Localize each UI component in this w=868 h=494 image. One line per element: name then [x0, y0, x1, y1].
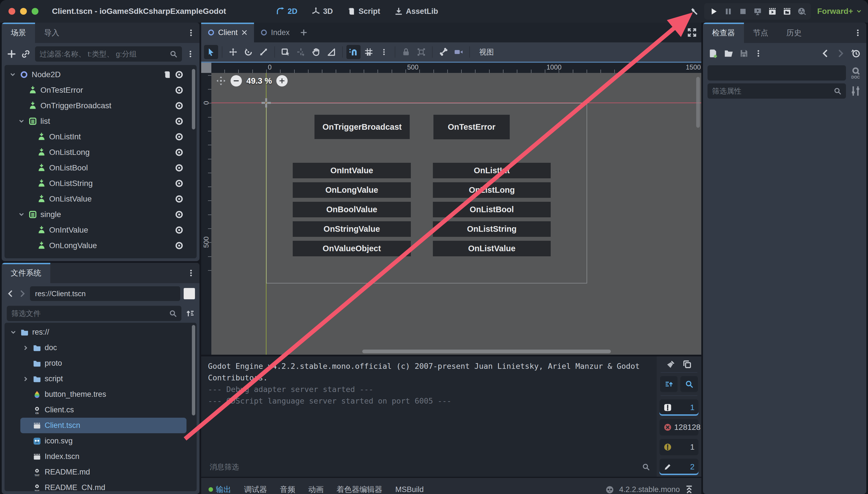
horizontal-scrollbar[interactable]: [362, 349, 611, 353]
visibility-toggle-icon[interactable]: [175, 148, 184, 157]
save-resource-icon[interactable]: [739, 49, 749, 58]
filter-warnings-toggle[interactable]: 1: [659, 439, 698, 455]
filesystem-scrollbar[interactable]: [192, 325, 195, 415]
tab-import[interactable]: 导入: [35, 23, 69, 43]
zoom-window-button[interactable]: [32, 8, 38, 15]
visibility-toggle-icon[interactable]: [175, 226, 184, 234]
engine-version[interactable]: 4.2.2.stable.mono: [619, 485, 680, 494]
fs-item-index-tscn[interactable]: Index.tscn: [4, 449, 197, 464]
scene-filter-input[interactable]: [40, 50, 167, 58]
canvas-button-ontesterror[interactable]: OnTestError: [433, 115, 510, 139]
collapse-duplicates-toggle[interactable]: [660, 376, 678, 392]
group-node-button[interactable]: [414, 45, 428, 59]
zoom-in-button[interactable]: [276, 75, 288, 87]
tree-node-onlistvalue[interactable]: OnListValue: [4, 191, 197, 207]
fs-item-res[interactable]: res://: [4, 324, 197, 340]
visibility-toggle-icon[interactable]: [175, 101, 184, 110]
visibility-toggle-icon[interactable]: [175, 241, 184, 250]
scale-tool-button[interactable]: [256, 45, 271, 59]
scene-tree-menu-icon[interactable]: [187, 49, 194, 59]
copy-output-button[interactable]: [683, 360, 692, 369]
canvas-button-onlongvalue[interactable]: OnLongValue: [293, 182, 411, 198]
bottom-tab-shader-editor[interactable]: 着色器编辑器: [336, 484, 382, 494]
sort-files-icon[interactable]: [186, 309, 194, 318]
search-docs-icon[interactable]: [849, 67, 862, 79]
chevron-down-icon[interactable]: [9, 329, 17, 336]
tab-scene[interactable]: 场景: [2, 23, 35, 43]
visibility-toggle-icon[interactable]: [175, 132, 184, 141]
list-select-button[interactable]: [278, 45, 293, 59]
view-menu-button[interactable]: 视图: [474, 47, 500, 57]
tree-node-ontesterror[interactable]: OnTestError: [4, 82, 197, 98]
inspector-options-icon[interactable]: [849, 85, 862, 97]
canvas-content[interactable]: 49.3 % OnTriggerBroadcast OnTestError On…: [211, 73, 701, 355]
tree-node-onlistbool[interactable]: OnListBool: [4, 160, 197, 175]
clear-output-button[interactable]: [666, 360, 675, 369]
add-node-button[interactable]: [7, 49, 16, 59]
visibility-toggle-icon[interactable]: [175, 117, 184, 126]
vertical-scrollbar[interactable]: [696, 77, 700, 128]
fs-item-script[interactable]: script: [4, 371, 197, 386]
message-filter-input[interactable]: [210, 463, 639, 471]
tree-node-onlistlong[interactable]: OnListLong: [4, 145, 197, 160]
visibility-toggle-icon[interactable]: [175, 70, 184, 79]
canvas-button-onlistvalue[interactable]: OnListValue: [433, 241, 551, 256]
edit-history-icon[interactable]: [851, 49, 861, 58]
tab-node[interactable]: 节点: [744, 23, 777, 43]
visibility-toggle-icon[interactable]: [175, 179, 184, 188]
canvas-button-onvalueobject[interactable]: OnValueObject: [293, 241, 411, 256]
movie-maker-button[interactable]: [796, 5, 808, 17]
property-filter-input[interactable]: [712, 87, 831, 96]
new-resource-icon[interactable]: [709, 49, 718, 58]
canvas-button-onintvalue[interactable]: OnIntValue: [293, 163, 411, 178]
chevron-down-icon[interactable]: [18, 211, 25, 218]
select-tool-button[interactable]: [204, 45, 218, 59]
canvas-button-onliststring[interactable]: OnListString: [433, 221, 551, 237]
tab-assetlib[interactable]: AssetLib: [387, 0, 445, 23]
play-custom-scene-button[interactable]: [781, 5, 793, 17]
tab-3d[interactable]: 3D: [305, 0, 340, 23]
scene-tab-client[interactable]: Client: [201, 23, 254, 42]
history-forward-icon[interactable]: [836, 49, 845, 58]
canvas-button-onboolvalue[interactable]: OnBoolValue: [293, 202, 411, 217]
fs-item-readme[interactable]: README.md: [4, 464, 197, 480]
close-window-button[interactable]: [8, 8, 15, 15]
visibility-toggle-icon[interactable]: [175, 163, 184, 172]
object-name-input[interactable]: [712, 69, 842, 77]
attached-script-icon[interactable]: [163, 70, 171, 79]
move-tool-button[interactable]: [226, 45, 240, 59]
tree-node-onintvalue[interactable]: OnIntValue: [4, 222, 197, 238]
fs-item-client-tscn-selected[interactable]: Client.tscn: [20, 418, 187, 433]
canvas-button-onlistbool[interactable]: OnListBool: [433, 202, 551, 217]
tree-node-node2d[interactable]: Node2D: [4, 67, 197, 82]
show-search-toggle[interactable]: [680, 376, 698, 392]
bottom-tab-output[interactable]: 输出: [209, 484, 231, 494]
pause-button[interactable]: [722, 5, 734, 17]
lock-node-button[interactable]: [399, 45, 413, 59]
canvas-button-onlistlong[interactable]: OnListLong: [433, 182, 551, 198]
tree-node-onlistint[interactable]: OnListInt: [4, 129, 197, 145]
tab-inspector[interactable]: 检查器: [703, 23, 744, 43]
tree-node-onliststring[interactable]: OnListString: [4, 175, 197, 191]
chevron-right-icon[interactable]: [22, 375, 30, 383]
zoom-level[interactable]: 49.3 %: [246, 76, 272, 86]
chevron-right-icon[interactable]: [22, 344, 30, 352]
fs-item-readme-cn[interactable]: README_CN.md: [4, 480, 197, 491]
bottom-tab-msbuild[interactable]: MSBuild: [395, 485, 424, 494]
chevron-down-icon[interactable]: [9, 71, 16, 78]
fs-item-icon-svg[interactable]: icon.svg: [4, 433, 197, 449]
pivot-tool-button[interactable]: [294, 45, 308, 59]
bottom-tab-animation[interactable]: 动画: [308, 484, 324, 494]
rotate-tool-button[interactable]: [241, 45, 255, 59]
zoom-out-button[interactable]: [231, 75, 242, 87]
grid-snap-toggle[interactable]: [362, 45, 376, 59]
build-button[interactable]: [688, 5, 701, 18]
tree-node-list[interactable]: list: [4, 113, 197, 129]
renderer-selector[interactable]: Forward+: [817, 7, 862, 16]
filter-editor-toggle[interactable]: 2: [659, 459, 698, 475]
tab-script[interactable]: Script: [340, 0, 387, 23]
fs-item-client-cs[interactable]: Client.cs: [4, 402, 197, 418]
new-scene-tab-button[interactable]: [296, 23, 312, 42]
stop-button[interactable]: [737, 5, 749, 17]
skeleton-options-button[interactable]: [436, 45, 450, 59]
